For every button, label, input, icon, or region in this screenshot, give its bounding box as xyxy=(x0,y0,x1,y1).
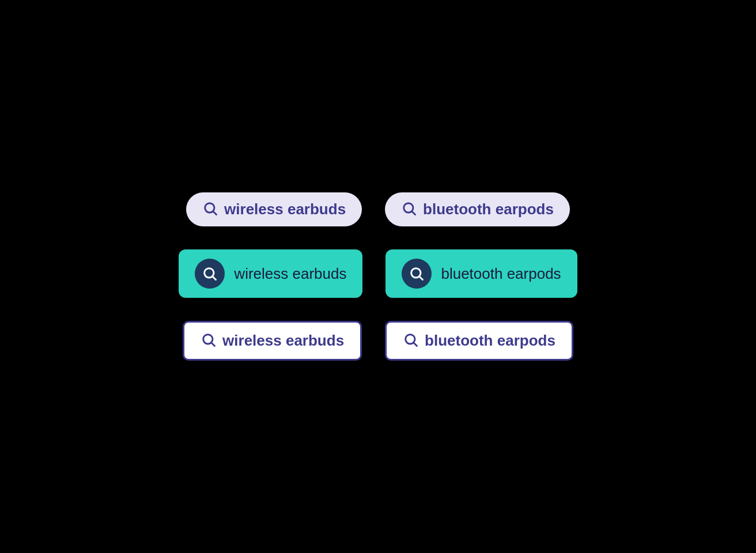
main-container: wireless earbuds bluetooth earpods wirel… xyxy=(179,192,577,361)
row-pill: wireless earbuds bluetooth earpods xyxy=(186,192,570,226)
search-label-bluetooth-earpods-pill: bluetooth earpods xyxy=(423,200,554,218)
svg-line-3 xyxy=(413,211,415,214)
svg-line-7 xyxy=(420,276,423,279)
search-icon-circle xyxy=(402,259,432,289)
search-label-wireless-earbuds-outlined: wireless earbuds xyxy=(222,332,344,350)
search-label-bluetooth-earpods-teal: bluetooth earpods xyxy=(441,265,561,283)
search-outlined-wireless-earbuds[interactable]: wireless earbuds xyxy=(183,321,362,361)
search-teal-wireless-earbuds[interactable]: wireless earbuds xyxy=(179,249,362,298)
search-pill-wireless-earbuds[interactable]: wireless earbuds xyxy=(186,192,362,226)
search-teal-bluetooth-earpods[interactable]: bluetooth earpods xyxy=(385,249,577,298)
row-outlined: wireless earbuds bluetooth earpods xyxy=(183,321,573,361)
svg-line-1 xyxy=(214,211,217,214)
svg-line-9 xyxy=(212,343,215,346)
svg-line-5 xyxy=(213,276,216,279)
search-icon xyxy=(201,332,217,350)
search-icon xyxy=(202,200,218,218)
search-label-wireless-earbuds-pill: wireless earbuds xyxy=(224,200,346,218)
row-teal: wireless earbuds bluetooth earpods xyxy=(179,249,577,298)
search-label-bluetooth-earpods-outlined: bluetooth earpods xyxy=(425,332,555,350)
svg-line-11 xyxy=(414,343,417,346)
search-outlined-bluetooth-earpods[interactable]: bluetooth earpods xyxy=(385,321,573,361)
search-icon-circle xyxy=(195,259,225,289)
search-icon xyxy=(401,200,417,218)
search-icon xyxy=(403,332,419,350)
search-pill-bluetooth-earpods[interactable]: bluetooth earpods xyxy=(385,192,570,226)
search-label-wireless-earbuds-teal: wireless earbuds xyxy=(234,265,346,283)
